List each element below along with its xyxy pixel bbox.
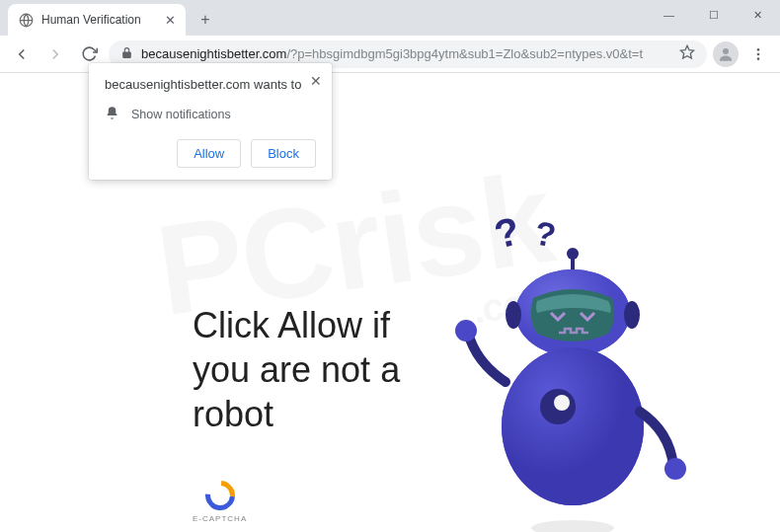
block-button[interactable]: Block <box>251 139 316 168</box>
svg-point-17 <box>554 395 570 411</box>
bookmark-star-icon[interactable] <box>679 44 695 63</box>
lock-icon <box>120 46 133 62</box>
captcha-badge: E-CAPTCHA <box>193 481 247 523</box>
svg-text:?: ? <box>490 214 523 257</box>
svg-point-5 <box>757 57 760 60</box>
minimize-button[interactable]: — <box>647 0 691 30</box>
svg-point-3 <box>757 48 760 51</box>
svg-point-20 <box>531 520 614 532</box>
robot-illustration: ? ? <box>454 214 701 532</box>
svg-point-15 <box>502 347 644 505</box>
close-tab-icon[interactable]: ✕ <box>165 13 176 28</box>
close-prompt-icon[interactable]: ✕ <box>310 73 322 89</box>
kebab-menu-icon[interactable] <box>744 40 772 68</box>
tab-title: Human Verification <box>41 13 141 27</box>
svg-point-12 <box>506 301 521 329</box>
svg-text:?: ? <box>532 214 559 255</box>
captcha-brand-label: E-CAPTCHA <box>193 514 247 523</box>
svg-marker-1 <box>680 45 693 58</box>
permission-label: Show notifications <box>131 108 231 121</box>
bell-icon <box>105 106 119 123</box>
window-controls: — ☐ ✕ <box>647 0 780 30</box>
browser-tab[interactable]: Human Verification ✕ <box>8 4 186 36</box>
svg-point-19 <box>664 458 686 480</box>
back-button[interactable] <box>8 40 36 68</box>
page-headline: Click Allow if you are not a robot <box>193 303 400 436</box>
profile-avatar[interactable] <box>713 41 739 67</box>
svg-point-4 <box>757 52 760 55</box>
svg-point-13 <box>624 301 640 329</box>
notification-permission-prompt: ✕ becausenightisbetter.com wants to Show… <box>89 63 332 180</box>
url-text: becausenightisbetter.com/?p=hbsgimdbgm5g… <box>141 46 643 61</box>
prompt-origin-text: becausenightisbetter.com wants to <box>105 77 316 92</box>
new-tab-button[interactable]: + <box>192 6 219 34</box>
svg-point-2 <box>723 48 729 54</box>
captcha-logo-icon <box>198 475 240 516</box>
allow-button[interactable]: Allow <box>177 139 241 168</box>
svg-point-9 <box>567 248 579 260</box>
close-window-button[interactable]: ✕ <box>736 0 780 30</box>
svg-point-18 <box>455 320 477 342</box>
maximize-button[interactable]: ☐ <box>691 0 736 30</box>
globe-icon <box>18 12 34 28</box>
forward-button[interactable] <box>41 40 69 68</box>
tab-strip: Human Verification ✕ + — ☐ ✕ <box>0 0 780 36</box>
